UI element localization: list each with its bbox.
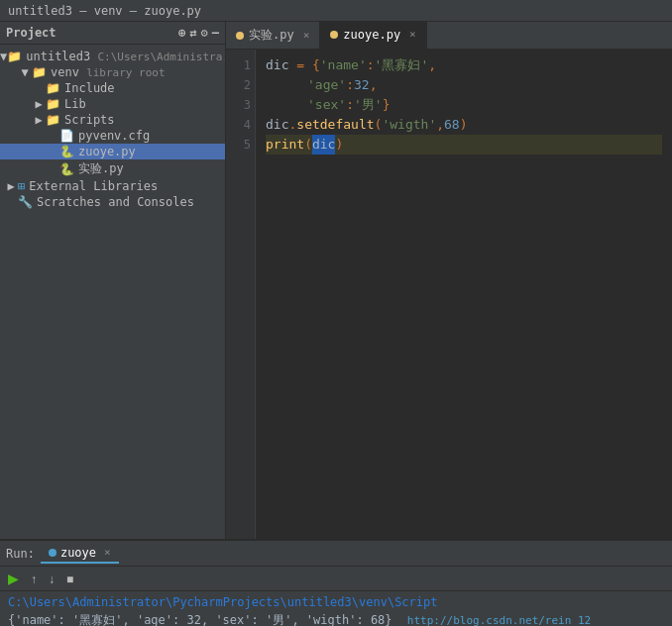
run-tab-zuoye[interactable]: zuoye ×: [41, 544, 119, 564]
tree-item-pyvenv[interactable]: 📄 pyvenv.cfg: [0, 128, 225, 144]
code-line-5: print(dic): [266, 135, 662, 155]
scroll-down-button[interactable]: ↓: [45, 570, 58, 588]
tree-item-shiyan[interactable]: 🐍 实验.py: [0, 159, 225, 178]
sidebar: Project ⊕ ⇄ ⚙ — ▼ 📁 untitled3 C:\Users\A…: [0, 22, 226, 539]
arrow-untitled3: ▼: [0, 50, 7, 63]
tree-label-external: External Libraries: [29, 179, 158, 193]
tab-label-zuoye: zuoye.py: [343, 28, 400, 42]
code-content[interactable]: dic = {'name':'黑寡妇', 'age':32, 'sex':'男'…: [256, 50, 672, 539]
editor-tabs: 实验.py × zuoye.py ×: [226, 22, 672, 50]
line-num-3: 3: [226, 95, 251, 115]
tree-item-include[interactable]: 📁 Include: [0, 80, 225, 96]
output-line-1: C:\Users\Administrator\PycharmProjects\u…: [8, 593, 664, 611]
run-tabs: Run: zuoye ×: [0, 541, 672, 567]
tree-label-lib: Lib: [64, 97, 86, 111]
line-num-2: 2: [226, 75, 251, 95]
tree-label-shiyan: 实验.py: [78, 160, 124, 177]
tree-item-lib[interactable]: ▶ 📁 Lib: [0, 96, 225, 112]
tree-label-include: Include: [64, 81, 115, 95]
folder-icon-venv: 📁: [32, 65, 47, 79]
code-line-1: dic = {'name':'黑寡妇',: [266, 55, 662, 75]
tab-close-shiyan[interactable]: ×: [303, 29, 310, 42]
run-label: Run:: [6, 547, 35, 561]
stop-button[interactable]: ■: [62, 570, 77, 588]
title-bar: untitled3 – venv – zuoye.py: [0, 0, 672, 22]
tab-dot-zuoye: [330, 31, 338, 39]
arrow-venv: ▼: [18, 65, 32, 79]
run-tab-close[interactable]: ×: [104, 546, 111, 559]
title-text: untitled3 – venv – zuoye.py: [8, 4, 201, 18]
run-toolbar: ▶ ↑ ↓ ■: [0, 567, 672, 591]
tab-close-zuoye[interactable]: ×: [409, 28, 416, 41]
run-dot: [49, 549, 56, 557]
folder-icon-untitled3: 📁: [7, 50, 22, 63]
code-line-4: dic.setdefault('wigth',68): [266, 115, 662, 135]
arrow-scripts: ▶: [32, 113, 46, 127]
tree-label-untitled3: untitled3 C:\Users\Administra...: [26, 50, 225, 63]
tree-item-untitled3[interactable]: ▼ 📁 untitled3 C:\Users\Administra...: [0, 49, 225, 64]
tab-zuoye[interactable]: zuoye.py ×: [320, 22, 426, 49]
tree-label-pyvenv: pyvenv.cfg: [78, 129, 150, 143]
scroll-up-button[interactable]: ↑: [27, 570, 41, 588]
tree-label-venv: venv library root: [51, 65, 166, 79]
folder-icon-include: 📁: [46, 81, 60, 95]
tab-label-shiyan: 实验.py: [249, 27, 294, 44]
main-layout: Project ⊕ ⇄ ⚙ — ▼ 📁 untitled3 C:\Users\A…: [0, 22, 672, 539]
run-output: C:\Users\Administrator\PycharmProjects\u…: [0, 591, 672, 626]
output-line-2: {'name': '黑寡妇', 'age': 32, 'sex': '男', '…: [8, 611, 664, 626]
tab-shiyan[interactable]: 实验.py ×: [226, 22, 320, 49]
folder-icon-lib: 📁: [46, 97, 60, 111]
python-icon-shiyan: 🐍: [59, 162, 74, 176]
output-url[interactable]: http://blog.csdn.net/rein_12: [407, 614, 591, 626]
editor-area: 实验.py × zuoye.py × 1 2 3 4 5 dic = {'nam…: [226, 22, 672, 539]
scratches-icon: 🔧: [18, 195, 33, 209]
tree-label-zuoye: zuoye.py: [78, 145, 136, 158]
down-icon: ↓: [49, 573, 55, 586]
python-icon-zuoye: 🐍: [59, 145, 74, 158]
line-numbers: 1 2 3 4 5: [226, 50, 256, 539]
project-label: Project: [6, 26, 56, 40]
tree-label-scratches: Scratches and Consoles: [37, 195, 194, 209]
file-tree: ▼ 📁 untitled3 C:\Users\Administra... ▼ 📁…: [0, 45, 225, 539]
arrow-lib: ▶: [32, 97, 46, 111]
cfg-icon-pyvenv: 📄: [59, 129, 74, 143]
folder-icon-scripts: 📁: [46, 113, 60, 127]
code-editor[interactable]: 1 2 3 4 5 dic = {'name':'黑寡妇', 'age':32,…: [226, 50, 672, 539]
line-num-4: 4: [226, 115, 251, 135]
arrow-external: ▶: [4, 179, 18, 193]
tree-item-external[interactable]: ▶ ⊞ External Libraries: [0, 178, 225, 194]
stop-icon: ■: [66, 573, 73, 586]
output-path: C:\Users\Administrator\PycharmProjects\u…: [8, 595, 437, 609]
sync-icon[interactable]: ⇄: [189, 26, 196, 40]
sidebar-toolbar-icons: ⊕ ⇄ ⚙ —: [178, 26, 219, 40]
minimize-icon[interactable]: —: [212, 26, 219, 40]
tab-dot-shiyan: [236, 32, 244, 40]
play-icon: ▶: [8, 571, 19, 586]
ext-icon: ⊞: [18, 179, 25, 193]
tree-item-zuoye[interactable]: 🐍 zuoye.py: [0, 144, 225, 159]
sidebar-toolbar: Project ⊕ ⇄ ⚙ —: [0, 22, 225, 45]
tree-item-venv[interactable]: ▼ 📁 venv library root: [0, 64, 225, 80]
line-num-1: 1: [226, 55, 251, 75]
settings-icon[interactable]: ⚙: [201, 26, 208, 40]
tree-label-scripts: Scripts: [64, 113, 115, 127]
bottom-panel: Run: zuoye × ▶ ↑ ↓ ■ C:\Users\Administra…: [0, 539, 672, 626]
play-button[interactable]: ▶: [4, 569, 23, 588]
tree-item-scratches[interactable]: 🔧 Scratches and Consoles: [0, 194, 225, 210]
line-num-5: 5: [226, 135, 251, 155]
run-tab-label: zuoye: [60, 546, 96, 560]
tree-item-scripts[interactable]: ▶ 📁 Scripts: [0, 112, 225, 128]
output-result: {'name': '黑寡妇', 'age': 32, 'sex': '男', '…: [8, 613, 392, 626]
add-icon[interactable]: ⊕: [178, 26, 185, 40]
up-icon: ↑: [31, 573, 37, 586]
code-line-2: 'age':32,: [266, 75, 662, 95]
code-line-3: 'sex':'男'}: [266, 95, 662, 115]
